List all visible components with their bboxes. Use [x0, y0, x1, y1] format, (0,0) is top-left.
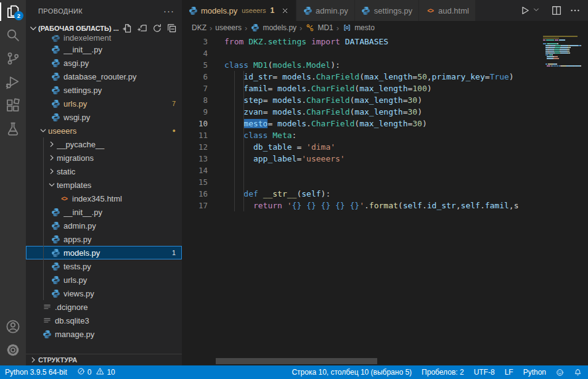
- tab-models-py[interactable]: models.pyuseeers1: [182, 0, 296, 21]
- split-editor-icon[interactable]: [551, 5, 562, 16]
- problems-status[interactable]: 0 10: [72, 365, 120, 379]
- activity-testing-button[interactable]: [0, 117, 26, 141]
- tree-item--dcignore[interactable]: .dcignore: [26, 300, 182, 314]
- section-actions: [123, 23, 177, 33]
- activity-bar-bottom: [0, 315, 26, 365]
- tree-item-label: views.py: [63, 289, 182, 298]
- tree-item--init-py[interactable]: __init__.py: [26, 43, 182, 56]
- tab-label: admin.py: [316, 6, 348, 15]
- tree-item-tests-py[interactable]: tests.py: [26, 259, 182, 273]
- tree-item--init-py[interactable]: __init__.py: [26, 205, 182, 219]
- minimap-segment: [570, 52, 570, 54]
- refresh-icon[interactable]: [152, 23, 162, 33]
- breadcrumb-item-mesto[interactable]: mesto: [342, 23, 375, 33]
- file-file-icon: [42, 302, 52, 312]
- tree-item-database-roouter-py[interactable]: database_roouter.py: [26, 70, 182, 83]
- activity-run-debug-button[interactable]: [0, 70, 26, 94]
- py-file-icon: [51, 99, 60, 108]
- tree-item-views-py[interactable]: views.py: [26, 287, 182, 300]
- tree-item-index345-html[interactable]: <>index345.html: [26, 192, 182, 205]
- sidebar-more-actions-button[interactable]: ···: [163, 6, 174, 16]
- activity-bar: 2: [0, 0, 26, 365]
- sidebar-title-row: ПРОВОДНИК ···: [26, 0, 182, 22]
- tree-indent-guide: [43, 137, 44, 300]
- outline-section-header[interactable]: СТРУКТУРА: [26, 354, 182, 365]
- minimap-segment: [554, 51, 560, 52]
- explorer-sidebar: ПРОВОДНИК ··· (РАБОЧАЯ ОБЛАСТЬ) ... inde…: [26, 0, 182, 365]
- cursor-position-status[interactable]: Строка 10, столбец 10 (выбрано 5): [287, 365, 417, 379]
- activity-source-control-button[interactable]: [0, 47, 26, 70]
- activity-explorer-button[interactable]: 2: [0, 0, 26, 23]
- line-number: 15: [182, 176, 208, 188]
- py-file-icon: [51, 112, 60, 122]
- more-actions-icon[interactable]: [570, 5, 581, 16]
- feedback-icon[interactable]: [551, 365, 569, 379]
- indentation-status[interactable]: Пробелов: 2: [417, 365, 469, 379]
- tree-item-wsgi-py[interactable]: wsgi.py: [26, 110, 182, 124]
- activity-extensions-button[interactable]: [0, 94, 26, 117]
- tree-item-static[interactable]: static: [26, 165, 182, 178]
- python-file-icon: [250, 23, 260, 33]
- html-file-icon: <>: [425, 6, 435, 15]
- tree-item-manage-py[interactable]: manage.py: [26, 327, 182, 341]
- language-mode-status[interactable]: Python: [518, 365, 551, 379]
- code-content: 3from DKZ.settings import DATABASES45cla…: [182, 35, 588, 211]
- editor[interactable]: 3from DKZ.settings import DATABASES45cla…: [182, 35, 588, 365]
- minimap-line: [543, 36, 581, 37]
- py-file-icon: [51, 275, 60, 285]
- status-bar-right: Строка 10, столбец 10 (выбрано 5) Пробел…: [287, 365, 588, 379]
- new-folder-icon[interactable]: [137, 23, 147, 33]
- tree-item-templates[interactable]: templates: [26, 178, 182, 192]
- breadcrumb-item-dkz[interactable]: DKZ: [192, 23, 206, 32]
- tree-item-indexelement[interactable]: indexelement: [26, 35, 182, 43]
- bell-icon[interactable]: [569, 365, 588, 379]
- code-line-6: 6 id_str= models.CharField(max_length=50…: [182, 71, 588, 83]
- tab-aud-html[interactable]: <>aud.html: [419, 0, 475, 21]
- breadcrumb-item-models-py[interactable]: models.py: [250, 23, 296, 33]
- breadcrumb-item-md1[interactable]: MD1: [305, 23, 333, 33]
- line-content: famil= models.CharField(max_length=100): [208, 83, 432, 94]
- tree-item-useeers[interactable]: useeers●: [26, 124, 182, 137]
- run-icon[interactable]: [519, 5, 530, 16]
- tab-admin-py[interactable]: admin.py: [296, 0, 354, 21]
- activity-search-button[interactable]: [0, 23, 26, 47]
- tree-item-apps-py[interactable]: apps.py: [26, 232, 182, 246]
- tree-item-urls-py[interactable]: urls.py7: [26, 97, 182, 110]
- tree-item-admin-py[interactable]: admin.py: [26, 219, 182, 232]
- run-dropdown-icon[interactable]: [533, 5, 544, 16]
- tab-settings-py[interactable]: settings.py: [355, 0, 419, 21]
- minimap-segment: [555, 45, 561, 46]
- tree-item-migrations[interactable]: migrations: [26, 151, 182, 165]
- minimap[interactable]: [543, 36, 581, 67]
- code-line-11: 11 class Meta:: [182, 129, 588, 141]
- line-content: zvan= models.CharField(max_length=30): [208, 106, 422, 118]
- minimap-segment: [543, 36, 578, 37]
- tree-item--pycache-[interactable]: __pycache__: [26, 137, 182, 151]
- tree-item-urls-py[interactable]: urls.py: [26, 273, 182, 287]
- activity-settings-gear-button[interactable]: [0, 338, 26, 362]
- tree-item-settings-py[interactable]: settings.py: [26, 83, 182, 97]
- encoding-status[interactable]: UTF-8: [469, 365, 500, 379]
- tree-item-label: __init__.py: [63, 208, 182, 217]
- line-number: 16: [182, 188, 208, 200]
- tree-item-models-py[interactable]: models.py1: [26, 246, 182, 259]
- python-interpreter-status[interactable]: Python 3.9.5 64-bit: [0, 365, 72, 379]
- py-file-icon: [51, 207, 60, 217]
- eol-status[interactable]: LF: [500, 365, 518, 379]
- breadcrumb-item-useeers[interactable]: useeers: [215, 23, 242, 32]
- tree-item-label: manage.py: [55, 330, 182, 339]
- tree-item-label: templates: [57, 181, 182, 190]
- workspace-section-header[interactable]: (РАБОЧАЯ ОБЛАСТЬ) ...: [26, 22, 182, 35]
- tab-label: aud.html: [438, 6, 469, 15]
- tab-badge: 1: [270, 6, 274, 15]
- line-content: [208, 176, 224, 188]
- close-icon[interactable]: [280, 6, 290, 15]
- activity-account-button[interactable]: [0, 315, 26, 338]
- new-file-icon[interactable]: [123, 23, 133, 33]
- collapse-all-icon[interactable]: [167, 23, 177, 33]
- tree-item-db-sqlite3[interactable]: db.sqlite3: [26, 314, 182, 327]
- horizontal-scrollbar[interactable]: [216, 358, 377, 364]
- py-file-icon: [51, 44, 60, 54]
- minimap-segment: [569, 51, 570, 52]
- tree-item-asgi-py[interactable]: asgi.py: [26, 56, 182, 70]
